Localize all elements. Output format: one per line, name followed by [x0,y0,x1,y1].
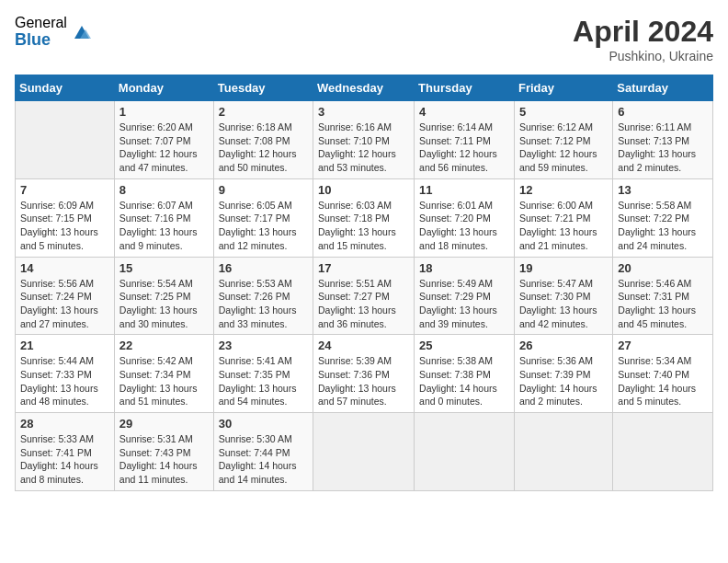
day-number: 26 [519,339,608,352]
day-number: 13 [618,183,708,197]
day-info: Sunrise: 5:44 AMSunset: 7:33 PMDaylight:… [20,354,109,408]
calendar-day: 11Sunrise: 6:01 AMSunset: 7:20 PMDayligh… [415,178,515,257]
day-number: 14 [20,261,109,275]
day-info: Sunrise: 5:41 AMSunset: 7:35 PMDaylight:… [219,354,308,408]
calendar-day: 9Sunrise: 6:05 AMSunset: 7:17 PMDaylight… [213,178,313,257]
day-info: Sunrise: 6:07 AMSunset: 7:16 PMDaylight:… [119,199,209,253]
day-info: Sunrise: 5:34 AMSunset: 7:40 PMDaylight:… [618,354,708,408]
day-number: 17 [318,261,409,275]
logo: General Blue [15,15,93,49]
day-info: Sunrise: 6:11 AMSunset: 7:13 PMDaylight:… [618,121,708,175]
calendar-day [16,101,115,179]
calendar-day: 26Sunrise: 5:36 AMSunset: 7:39 PMDayligh… [514,335,612,413]
day-number: 22 [119,339,209,352]
header-wednesday: Wednesday [313,75,415,101]
calendar-day: 1Sunrise: 6:20 AMSunset: 7:07 PMDaylight… [114,101,213,179]
day-number: 6 [618,105,708,119]
calendar-day [613,413,713,491]
calendar-day: 21Sunrise: 5:44 AMSunset: 7:33 PMDayligh… [16,335,115,413]
calendar-day: 15Sunrise: 5:54 AMSunset: 7:25 PMDayligh… [114,257,213,335]
day-info: Sunrise: 5:47 AMSunset: 7:30 PMDaylight:… [519,277,608,331]
calendar-day: 28Sunrise: 5:33 AMSunset: 7:41 PMDayligh… [16,413,115,491]
header-sunday: Sunday [16,75,115,101]
title-block: April 2024 Pushkino, Ukraine [573,15,713,63]
day-info: Sunrise: 5:53 AMSunset: 7:26 PMDaylight:… [219,277,308,331]
day-number: 7 [20,183,109,197]
day-number: 12 [519,183,608,197]
day-info: Sunrise: 5:30 AMSunset: 7:44 PMDaylight:… [219,432,308,487]
day-number: 9 [219,183,308,197]
calendar-day: 20Sunrise: 5:46 AMSunset: 7:31 PMDayligh… [613,257,713,335]
day-info: Sunrise: 6:05 AMSunset: 7:17 PMDaylight:… [219,199,308,253]
day-number: 23 [219,339,308,352]
day-number: 20 [618,261,708,275]
day-number: 25 [419,339,509,352]
day-number: 15 [119,261,209,275]
calendar-day: 6Sunrise: 6:11 AMSunset: 7:13 PMDaylight… [613,101,713,179]
day-number: 29 [119,417,209,431]
day-info: Sunrise: 6:03 AMSunset: 7:18 PMDaylight:… [318,199,409,253]
logo-icon [71,22,93,44]
day-info: Sunrise: 5:39 AMSunset: 7:36 PMDaylight:… [318,354,409,408]
calendar-day: 23Sunrise: 5:41 AMSunset: 7:35 PMDayligh… [213,335,313,413]
calendar-day: 8Sunrise: 6:07 AMSunset: 7:16 PMDaylight… [114,178,213,257]
day-info: Sunrise: 6:12 AMSunset: 7:12 PMDaylight:… [519,121,608,175]
day-info: Sunrise: 6:01 AMSunset: 7:20 PMDaylight:… [419,199,509,253]
calendar-day: 4Sunrise: 6:14 AMSunset: 7:11 PMDaylight… [415,101,515,179]
day-info: Sunrise: 5:49 AMSunset: 7:29 PMDaylight:… [419,277,509,331]
day-number: 16 [219,261,308,275]
day-info: Sunrise: 5:38 AMSunset: 7:38 PMDaylight:… [419,354,509,408]
header-monday: Monday [114,75,213,101]
calendar-week-4: 21Sunrise: 5:44 AMSunset: 7:33 PMDayligh… [16,335,713,413]
calendar-day [415,413,515,491]
day-number: 2 [219,105,308,119]
header-thursday: Thursday [415,75,515,101]
calendar-day [514,413,612,491]
day-number: 19 [519,261,608,275]
logo-blue: Blue [15,31,67,50]
calendar-week-1: 1Sunrise: 6:20 AMSunset: 7:07 PMDaylight… [16,101,713,179]
header-tuesday: Tuesday [213,75,313,101]
day-number: 10 [318,183,409,197]
calendar-day: 24Sunrise: 5:39 AMSunset: 7:36 PMDayligh… [313,335,415,413]
day-info: Sunrise: 5:58 AMSunset: 7:22 PMDaylight:… [618,199,708,253]
day-info: Sunrise: 6:20 AMSunset: 7:07 PMDaylight:… [119,121,209,175]
calendar-day: 14Sunrise: 5:56 AMSunset: 7:24 PMDayligh… [16,257,115,335]
day-info: Sunrise: 5:54 AMSunset: 7:25 PMDaylight:… [119,277,209,331]
calendar-day: 13Sunrise: 5:58 AMSunset: 7:22 PMDayligh… [613,178,713,257]
calendar-day: 16Sunrise: 5:53 AMSunset: 7:26 PMDayligh… [213,257,313,335]
day-info: Sunrise: 6:09 AMSunset: 7:15 PMDaylight:… [20,199,109,253]
page-header: General Blue April 2024 Pushkino, Ukrain… [15,15,713,63]
day-number: 1 [119,105,209,119]
month-year: April 2024 [573,15,713,49]
day-number: 28 [20,417,109,431]
calendar-day: 10Sunrise: 6:03 AMSunset: 7:18 PMDayligh… [313,178,415,257]
day-info: Sunrise: 5:46 AMSunset: 7:31 PMDaylight:… [618,277,708,331]
day-info: Sunrise: 6:18 AMSunset: 7:08 PMDaylight:… [219,121,308,175]
day-number: 18 [419,261,509,275]
day-info: Sunrise: 5:56 AMSunset: 7:24 PMDaylight:… [20,277,109,331]
calendar-day: 5Sunrise: 6:12 AMSunset: 7:12 PMDaylight… [514,101,612,179]
calendar-day [313,413,415,491]
calendar-day: 18Sunrise: 5:49 AMSunset: 7:29 PMDayligh… [415,257,515,335]
calendar-week-2: 7Sunrise: 6:09 AMSunset: 7:15 PMDaylight… [16,178,713,257]
calendar-day: 30Sunrise: 5:30 AMSunset: 7:44 PMDayligh… [213,413,313,491]
calendar-week-3: 14Sunrise: 5:56 AMSunset: 7:24 PMDayligh… [16,257,713,335]
day-info: Sunrise: 5:42 AMSunset: 7:34 PMDaylight:… [119,354,209,408]
calendar-day: 3Sunrise: 6:16 AMSunset: 7:10 PMDaylight… [313,101,415,179]
day-info: Sunrise: 5:33 AMSunset: 7:41 PMDaylight:… [20,432,109,487]
day-info: Sunrise: 6:14 AMSunset: 7:11 PMDaylight:… [419,121,509,175]
day-number: 4 [419,105,509,119]
calendar-day: 25Sunrise: 5:38 AMSunset: 7:38 PMDayligh… [415,335,515,413]
day-number: 30 [219,417,308,431]
day-number: 3 [318,105,409,119]
calendar-day: 29Sunrise: 5:31 AMSunset: 7:43 PMDayligh… [114,413,213,491]
calendar-day: 19Sunrise: 5:47 AMSunset: 7:30 PMDayligh… [514,257,612,335]
day-info: Sunrise: 6:00 AMSunset: 7:21 PMDaylight:… [519,199,608,253]
day-info: Sunrise: 5:31 AMSunset: 7:43 PMDaylight:… [119,432,209,487]
calendar-header-row: SundayMondayTuesdayWednesdayThursdayFrid… [16,75,713,101]
calendar-day: 22Sunrise: 5:42 AMSunset: 7:34 PMDayligh… [114,335,213,413]
day-number: 21 [20,339,109,352]
logo-general: General [15,15,67,31]
day-info: Sunrise: 6:16 AMSunset: 7:10 PMDaylight:… [318,121,409,175]
